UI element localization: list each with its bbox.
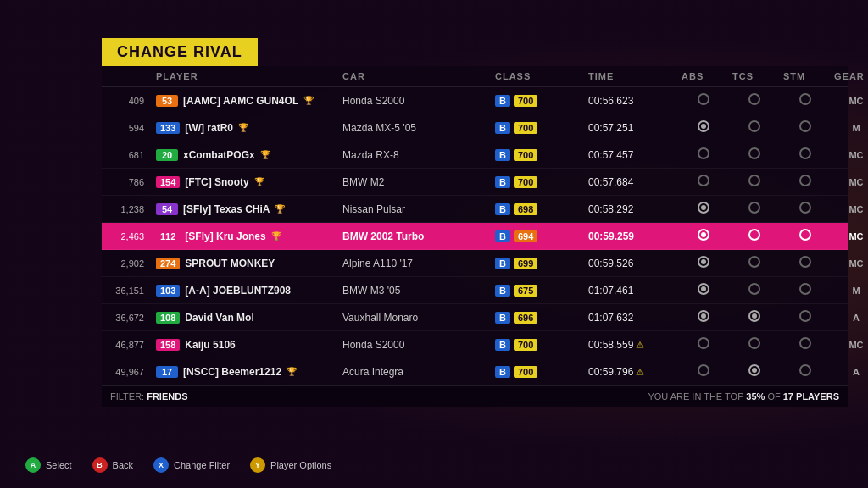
class-cell: B 696 (492, 312, 585, 324)
class-cell: B 700 (492, 95, 585, 107)
table-row[interactable]: 49,967 17 [NSCC] Beemer1212 🏆 Acura Inte… (102, 358, 848, 385)
col-stm: STM (780, 71, 831, 81)
player-name: [SFly] Kru Jones (185, 230, 265, 242)
table-row[interactable]: 36,151 103 [A-A] JOEBLUNTZ908 BMW M3 '05… (102, 277, 848, 304)
player-number: 154 (156, 176, 180, 188)
tcs-indicator (748, 310, 760, 322)
car-cell: Acura Integra (339, 366, 492, 378)
row-rank: 36,151 (102, 286, 153, 296)
table-row[interactable]: 36,672 108 David Van Mol Vauxhall Monaro… (102, 304, 848, 331)
tcs-indicator (748, 120, 760, 132)
class-badge: B (495, 122, 510, 134)
table-row[interactable]: 594 133 [W/] ratR0 🏆 Mazda MX-5 '05 B 70… (102, 114, 848, 141)
time-cell: 00:56.623 (585, 95, 678, 107)
gear-cell: MC (831, 204, 868, 214)
class-badge: B (495, 339, 510, 351)
table-row[interactable]: 681 20 xCombatPOGx 🏆 Mazda RX-8 B 700 00… (102, 141, 848, 169)
time-cell: 00:57.684 (585, 176, 678, 188)
col-abs: ABS (678, 71, 729, 81)
class-cell: B 700 (492, 176, 585, 188)
warning-icon: ⚠ (636, 367, 644, 377)
car-cell: BMW 2002 Turbo (339, 230, 492, 242)
table-row[interactable]: 2,463 112 [SFly] Kru Jones 🏆 BMW 2002 Tu… (102, 223, 848, 250)
tcs-indicator (748, 147, 760, 159)
ranking-info: YOU ARE IN THE TOP 35% OF 17 PLAYERS (648, 391, 839, 402)
row-rank: 49,967 (102, 367, 153, 377)
class-cell: B 700 (492, 339, 585, 351)
col-tcs: TCS (729, 71, 780, 81)
player-icon: 🏆 (254, 177, 264, 186)
y-button[interactable]: Y (250, 458, 265, 473)
abs-cell (678, 256, 729, 271)
gear-cell: MC (831, 150, 868, 160)
class-badge: B (495, 285, 510, 297)
class-cell: B 700 (492, 366, 585, 378)
table-row[interactable]: 409 53 [AAMC] AAMC GUN4OL 🏆 Honda S2000 … (102, 87, 848, 114)
filter-label: FILTER: FRIENDS (110, 391, 187, 402)
abs-cell (678, 93, 729, 108)
tcs-indicator (748, 337, 760, 349)
player-cell: 158 Kaiju 5106 (153, 339, 339, 351)
stm-indicator (799, 229, 811, 241)
title-bar: CHANGE RIVAL (102, 38, 258, 66)
player-name: Kaiju 5106 (185, 339, 235, 351)
control-select: A Select (25, 458, 72, 473)
car-cell: Honda S2000 (339, 95, 492, 107)
back-label: Back (113, 460, 133, 470)
class-cell: B 698 (492, 203, 585, 215)
abs-cell (678, 202, 729, 217)
time-cell: 00:59.259 (585, 230, 678, 242)
table-row[interactable]: 1,238 54 [SFly] Texas CHiA 🏆 Nissan Puls… (102, 196, 848, 223)
stm-indicator (799, 256, 811, 268)
stm-indicator (799, 147, 811, 159)
gear-cell: MC (831, 231, 868, 241)
pp-badge: 700 (514, 149, 537, 161)
player-name: [W/] ratR0 (185, 122, 233, 134)
tcs-indicator (748, 229, 760, 241)
tcs-indicator (748, 256, 760, 268)
car-cell: Mazda RX-8 (339, 149, 492, 161)
time-cell: 00:59.796⚠ (585, 366, 678, 378)
b-button[interactable]: B (92, 458, 108, 473)
player-cell: 108 David Van Mol (153, 312, 339, 324)
stm-indicator (799, 310, 811, 322)
a-button[interactable]: A (25, 458, 41, 473)
table-row[interactable]: 786 154 [FTC] Snooty 🏆 BMW M2 B 700 00:5… (102, 169, 848, 196)
time-cell: 00:58.559⚠ (585, 339, 678, 351)
player-icon: 🏆 (287, 367, 297, 376)
abs-cell (678, 175, 729, 190)
stm-cell (780, 175, 831, 190)
gear-cell: MC (831, 177, 868, 187)
table-row[interactable]: 2,902 274 SPROUT MONKEY Alpine A110 '17 … (102, 250, 848, 277)
tcs-cell (729, 175, 780, 190)
class-badge: B (495, 230, 510, 242)
col-player: PLAYER (153, 71, 339, 81)
page-title: CHANGE RIVAL (117, 43, 242, 60)
control-back: B Back (92, 458, 133, 473)
tcs-indicator (748, 175, 760, 186)
row-rank: 2,902 (102, 258, 153, 269)
class-cell: B 700 (492, 149, 585, 161)
abs-indicator (698, 229, 709, 241)
player-cell: 103 [A-A] JOEBLUNTZ908 (153, 285, 339, 297)
abs-cell (678, 337, 729, 352)
stm-cell (780, 364, 831, 380)
x-button[interactable]: X (153, 458, 169, 473)
tcs-cell (729, 283, 780, 298)
gear-cell: M (831, 123, 868, 133)
car-cell: Vauxhall Monaro (339, 312, 492, 324)
player-name: [A-A] JOEBLUNTZ908 (185, 285, 291, 297)
car-cell: Mazda MX-5 '05 (339, 122, 492, 134)
stm-cell (780, 120, 831, 136)
rivals-table: PLAYER CAR CLASS TIME ABS TCS STM GEAR 4… (102, 66, 848, 407)
player-cell: 274 SPROUT MONKEY (153, 258, 339, 269)
ranking-count: 17 PLAYERS (783, 391, 839, 402)
abs-indicator (698, 120, 709, 132)
controls-bar: A Select B Back X Change Filter Y Player… (25, 458, 331, 473)
row-rank: 2,463 (102, 231, 153, 241)
car-cell: Alpine A110 '17 (339, 258, 492, 269)
gear-cell: A (831, 313, 868, 323)
abs-indicator (698, 175, 709, 186)
table-row[interactable]: 46,877 158 Kaiju 5106 Honda S2000 B 700 … (102, 331, 848, 358)
stm-indicator (799, 283, 811, 295)
